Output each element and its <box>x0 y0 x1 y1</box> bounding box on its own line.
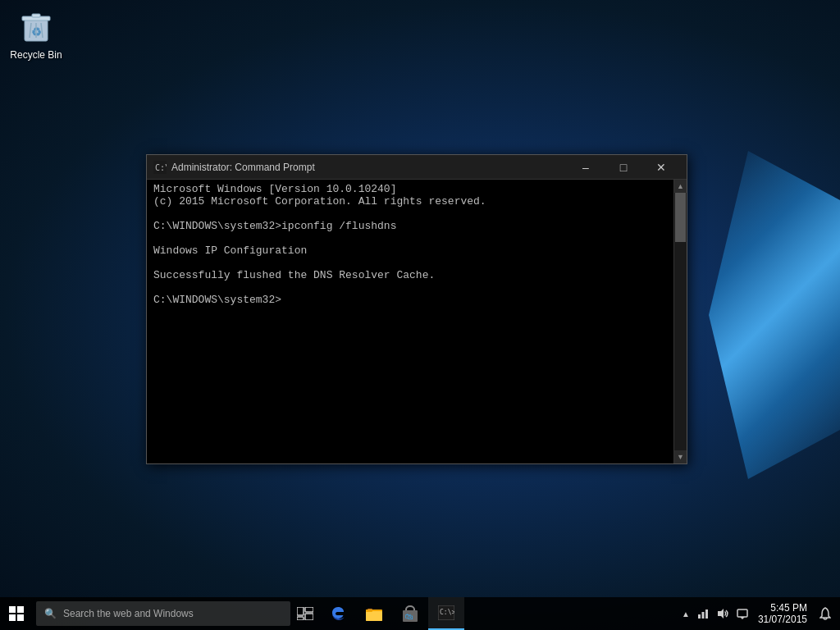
task-view-button[interactable] <box>290 597 320 630</box>
svg-text:C:\>_: C:\>_ <box>440 609 454 616</box>
svg-rect-9 <box>9 606 16 613</box>
tray-volume-icon[interactable] <box>714 597 732 630</box>
tray-overflow-button[interactable]: ▲ <box>678 597 694 630</box>
recycle-bin-graphic: ♻ <box>16 7 56 46</box>
scrollbar-thumb[interactable] <box>675 193 686 242</box>
scrollbar-track[interactable] <box>674 193 687 450</box>
svg-rect-26 <box>701 612 704 619</box>
tray-network-icon[interactable] <box>694 597 712 630</box>
svg-marker-30 <box>740 617 745 619</box>
cmd-window-controls: – □ ✕ <box>567 155 680 180</box>
svg-rect-15 <box>305 614 313 620</box>
svg-rect-27 <box>705 609 708 619</box>
close-button[interactable]: ✕ <box>642 155 680 180</box>
search-icon: 🔍 <box>44 608 57 619</box>
cmd-window-icon: C:\ <box>153 161 167 174</box>
cmd-title-text: Administrator: Command Prompt <box>171 162 567 173</box>
system-tray: ▲ <box>678 597 840 630</box>
svg-text:🛍: 🛍 <box>405 612 413 621</box>
recycle-bin-label: Recycle Bin <box>10 49 62 61</box>
svg-rect-18 <box>366 611 382 621</box>
search-bar[interactable]: 🔍 Search the web and Windows <box>36 601 290 626</box>
cmd-scrollbar[interactable]: ▲ ▼ <box>673 180 687 463</box>
svg-rect-11 <box>9 614 16 621</box>
svg-rect-14 <box>305 607 313 612</box>
svg-rect-29 <box>737 609 747 617</box>
start-button[interactable] <box>0 597 33 630</box>
scrollbar-down-button[interactable]: ▼ <box>674 450 687 463</box>
cmd-titlebar: C:\ Administrator: Command Prompt – □ ✕ <box>147 155 687 180</box>
recycle-bin-icon[interactable]: ♻ Recycle Bin <box>7 7 66 61</box>
system-clock[interactable]: 5:45 PM 31/07/2015 <box>751 597 814 630</box>
svg-rect-16 <box>297 617 304 620</box>
desktop-background-glow <box>709 151 840 479</box>
tray-message-icon[interactable] <box>733 597 751 630</box>
notification-button[interactable] <box>814 597 837 630</box>
cmd-window: C:\ Administrator: Command Prompt – □ ✕ … <box>146 154 687 464</box>
svg-rect-13 <box>297 607 304 615</box>
minimize-button[interactable]: – <box>567 155 605 180</box>
taskbar-edge-button[interactable] <box>320 597 356 630</box>
maximize-button[interactable]: □ <box>605 155 642 180</box>
desktop: ♻ Recycle Bin C:\ Administrator: Command… <box>0 0 840 630</box>
taskbar: 🔍 Search the web and Windows <box>0 597 840 630</box>
taskbar-cmd-button[interactable]: C:\>_ <box>428 597 464 630</box>
clock-date: 31/07/2015 <box>758 614 807 625</box>
svg-rect-12 <box>17 614 24 621</box>
svg-rect-2 <box>32 14 40 17</box>
search-placeholder-text: Search the web and Windows <box>63 608 194 619</box>
scrollbar-up-button[interactable]: ▲ <box>674 180 687 193</box>
svg-rect-20 <box>368 609 372 610</box>
taskbar-store-button[interactable]: 🛍 <box>392 597 428 630</box>
svg-marker-28 <box>718 609 724 619</box>
svg-text:C:\: C:\ <box>155 163 167 172</box>
taskbar-file-explorer-button[interactable] <box>356 597 392 630</box>
clock-time: 5:45 PM <box>770 602 807 614</box>
svg-rect-25 <box>698 614 701 619</box>
svg-rect-10 <box>17 606 24 613</box>
tray-icons <box>694 597 751 630</box>
cmd-output: Microsoft Windows [Version 10.0.10240] (… <box>147 180 673 463</box>
cmd-body[interactable]: Microsoft Windows [Version 10.0.10240] (… <box>147 180 687 463</box>
